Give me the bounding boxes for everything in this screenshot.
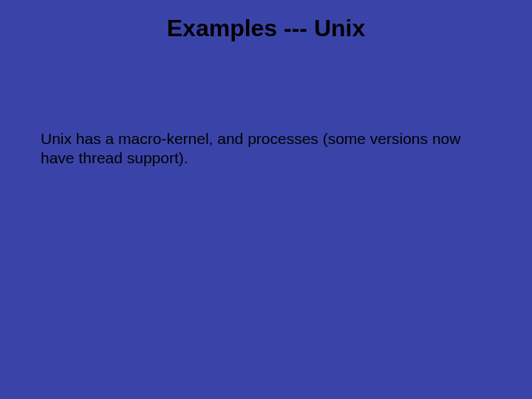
slide-title: Examples --- Unix [0,15,532,42]
slide: Examples --- Unix Unix has a macro-kerne… [0,0,532,399]
slide-body: Unix has a macro-kernel, and processes (… [41,129,477,168]
